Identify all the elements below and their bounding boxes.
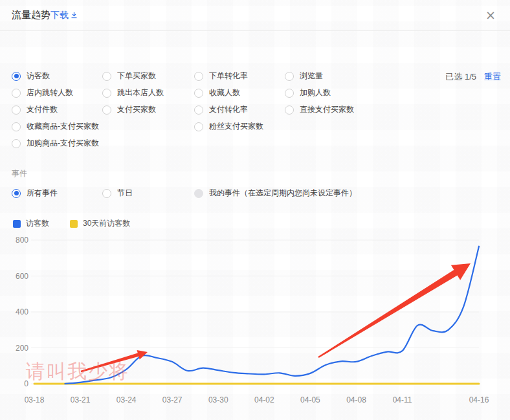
radio-label: 支付转化率 [209, 104, 248, 115]
radio-icon [12, 105, 21, 115]
x-tick-label: 03-30 [208, 395, 228, 404]
metric-option[interactable]: 加购人数 [285, 87, 501, 98]
y-tick-label: 400 [16, 307, 28, 316]
event-option[interactable]: 所有事件 [12, 188, 102, 199]
metric-option[interactable]: 支付买家数 [102, 104, 194, 115]
trend-chart-area[interactable]: 020040060080003-1803-2103-2403-2703-3004… [0, 227, 510, 420]
x-tick-label: 04-05 [300, 395, 320, 404]
radio-label: 下单转化率 [209, 71, 248, 82]
event-option: 我的事件（在选定周期内您尚未设定事件） [194, 188, 501, 199]
metric-option[interactable]: 访客数 [12, 71, 102, 82]
metric-option[interactable]: 收藏商品-支付买家数 [12, 121, 102, 132]
radio-icon [194, 105, 203, 115]
radio-label: 浏览量 [300, 71, 323, 82]
radio-label: 收藏人数 [209, 87, 240, 98]
radio-icon [12, 72, 21, 81]
radio-icon [12, 89, 21, 98]
metric-option[interactable]: 粉丝支付买家数 [194, 121, 285, 132]
event-option[interactable]: 节日 [102, 188, 194, 199]
radio-icon [194, 189, 203, 198]
metric-option[interactable]: 下单转化率 [194, 71, 285, 82]
selection-summary: 已选 1/5重置 [445, 71, 501, 83]
radio-label: 直接支付买家数 [300, 104, 354, 115]
radio-icon [102, 105, 111, 115]
radio-label: 加购人数 [300, 87, 331, 98]
metric-option[interactable]: 直接支付买家数 [285, 104, 501, 115]
close-button[interactable]: × [483, 8, 498, 23]
page-title: 流量趋势 [12, 9, 50, 21]
metric-option[interactable]: 店内跳转人数 [12, 87, 102, 98]
selected-count: 已选 1/5 [445, 72, 476, 82]
radio-icon [102, 189, 111, 198]
y-tick-label: 0 [24, 379, 28, 388]
radio-icon [12, 139, 21, 148]
metric-option[interactable]: 加购商品-支付买家数 [12, 138, 102, 149]
metric-selector-section: 访客数下单买家数下单转化率浏览量店内跳转人数跳出本店人数收藏人数加购人数支付件数… [12, 70, 501, 149]
radio-label: 节日 [117, 188, 133, 199]
x-tick-label: 03-18 [25, 395, 45, 404]
annotation-arrow [318, 263, 471, 358]
radio-label: 访客数 [27, 71, 50, 82]
radio-label: 跳出本店人数 [117, 87, 164, 98]
radio-icon [285, 105, 294, 115]
x-tick-label: 04-02 [254, 395, 274, 404]
metric-option[interactable]: 支付件数 [12, 104, 102, 115]
radio-label: 支付买家数 [117, 104, 156, 115]
radio-icon [285, 72, 294, 81]
radio-icon [12, 189, 21, 198]
annotation-arrow [81, 350, 148, 372]
series-line-visitors [65, 247, 479, 384]
x-tick-label: 04-16 [469, 395, 489, 404]
y-tick-label: 600 [16, 272, 28, 281]
x-tick-label: 03-21 [71, 395, 91, 404]
x-tick-label: 03-24 [116, 395, 137, 404]
trend-chart[interactable]: 020040060080003-1803-2103-2403-2703-3004… [0, 227, 510, 420]
radio-icon [194, 89, 203, 98]
radio-icon [102, 89, 111, 98]
events-section: 事件 所有事件节日我的事件（在选定周期内您尚未设定事件） [12, 168, 501, 199]
y-tick-label: 800 [16, 236, 28, 245]
radio-label: 收藏商品-支付买家数 [27, 121, 99, 132]
metric-option[interactable]: 下单买家数 [102, 71, 194, 82]
radio-icon [194, 72, 203, 81]
x-tick-label: 04-08 [346, 395, 366, 404]
event-options-grid: 所有事件节日我的事件（在选定周期内您尚未设定事件） [12, 187, 501, 199]
modal-header: 流量趋势 下载 × [0, 0, 510, 31]
reset-button[interactable]: 重置 [484, 72, 501, 82]
download-label: 下载 [50, 10, 69, 21]
radio-label: 加购商品-支付买家数 [27, 138, 99, 149]
events-section-label: 事件 [12, 168, 501, 179]
metric-option[interactable]: 跳出本店人数 [102, 87, 194, 98]
metric-option[interactable]: 收藏人数 [194, 87, 285, 98]
radio-label: 所有事件 [27, 188, 58, 199]
radio-label: 粉丝支付买家数 [209, 121, 263, 132]
download-button[interactable]: 下载 [50, 10, 78, 21]
radio-label: 店内跳转人数 [27, 87, 73, 98]
download-icon [71, 12, 78, 19]
radio-label: 支付件数 [27, 104, 58, 115]
y-tick-label: 200 [16, 344, 28, 353]
x-tick-label: 03-27 [162, 395, 183, 404]
radio-label: 下单买家数 [117, 71, 156, 82]
metric-option[interactable]: 支付转化率 [194, 104, 285, 115]
x-tick-label: 04-11 [393, 395, 412, 404]
radio-icon [285, 89, 294, 98]
radio-icon [194, 122, 203, 131]
metric-options-grid: 访客数下单买家数下单转化率浏览量店内跳转人数跳出本店人数收藏人数加购人数支付件数… [12, 70, 501, 149]
traffic-trend-modal: 流量趋势 下载 × 访客数下单买家数下单转化率浏览量店内跳转人数跳出本店人数收藏… [0, 0, 510, 420]
radio-icon [12, 122, 21, 131]
radio-icon [102, 72, 111, 81]
radio-label: 我的事件（在选定周期内您尚未设定事件） [209, 188, 357, 199]
